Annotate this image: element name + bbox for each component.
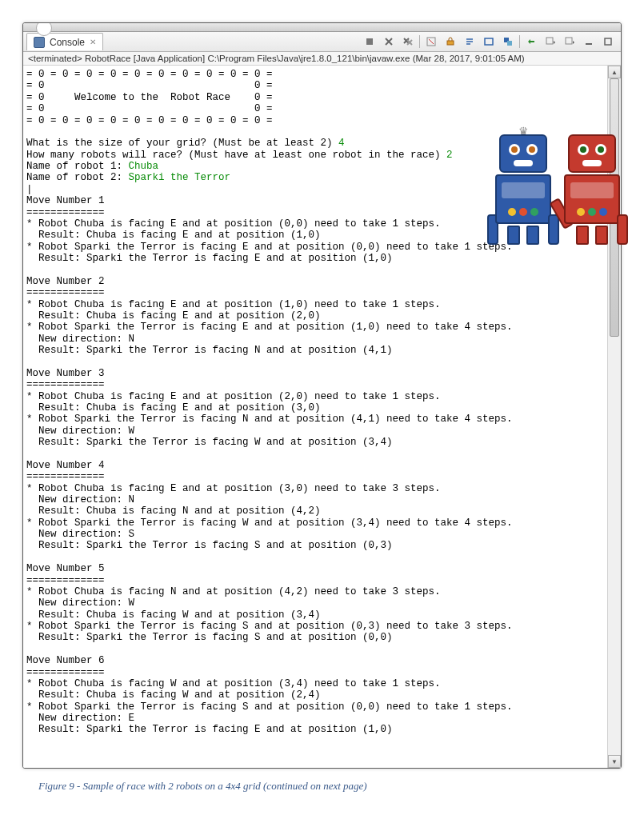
terminate-button[interactable]	[361, 34, 378, 50]
pin-console-button[interactable]	[480, 34, 498, 50]
minimize-button[interactable]	[580, 34, 598, 50]
robot-red	[560, 134, 624, 248]
scroll-lock-button[interactable]	[442, 34, 459, 50]
svg-rect-14	[566, 38, 572, 44]
robot-blue: ♛	[491, 134, 555, 248]
scroll-up-button[interactable]: ▲	[608, 66, 621, 78]
svg-rect-12	[507, 41, 512, 46]
console-tab-label: Console	[50, 37, 85, 48]
window-titlebar	[23, 23, 621, 32]
console-dropdown-1[interactable]	[542, 34, 559, 50]
figure-caption: Figure 9 - Sample of race with 2 robots …	[22, 780, 622, 793]
svg-rect-13	[546, 38, 553, 44]
svg-rect-16	[605, 38, 611, 45]
console-dropdown-2[interactable]	[561, 34, 578, 50]
open-console-button[interactable]	[522, 34, 540, 50]
scroll-down-button[interactable]: ▼	[608, 755, 621, 768]
process-status-line: <terminated> RobotRace [Java Application…	[23, 52, 621, 66]
clear-console-button[interactable]	[422, 34, 440, 50]
display-selected-button[interactable]	[499, 34, 517, 50]
svg-line-8	[429, 39, 434, 44]
tab-close-icon[interactable]: ✕	[90, 38, 96, 46]
svg-rect-10	[485, 38, 493, 45]
remove-all-button[interactable]	[399, 34, 417, 50]
maximize-button[interactable]	[599, 34, 617, 50]
remove-launch-button[interactable]	[380, 34, 398, 50]
svg-rect-0	[366, 38, 373, 45]
svg-rect-15	[586, 43, 592, 45]
robot-illustration: ♛	[486, 100, 630, 248]
console-tab[interactable]: Console ✕	[26, 33, 103, 50]
svg-rect-9	[447, 41, 454, 45]
word-wrap-button[interactable]	[461, 34, 478, 50]
console-toolbar: Console ✕	[23, 32, 621, 52]
console-icon	[34, 37, 45, 48]
